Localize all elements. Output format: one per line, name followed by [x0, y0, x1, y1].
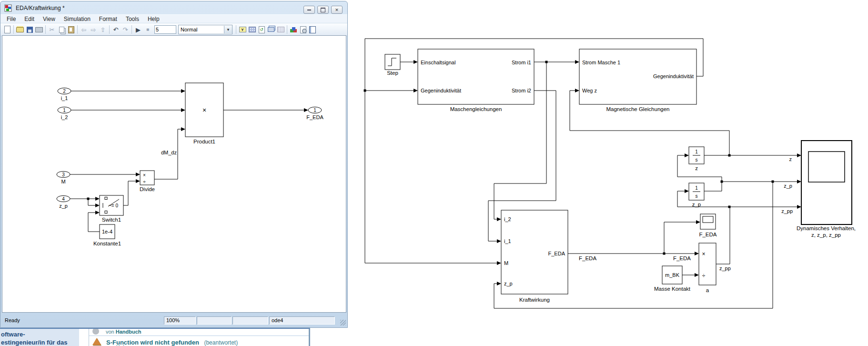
simulink-window: EDA/Kraftwirkung * ✕ FileEditViewSimulat…	[0, 1, 348, 328]
sidebar-line2: estingenieur/in für das	[1, 338, 79, 346]
arrowhead	[696, 220, 700, 224]
paste-icon[interactable]	[66, 25, 76, 34]
thread-status-badge: (beantwortet)	[204, 339, 238, 346]
status-text: Ready	[2, 317, 164, 323]
menu-help[interactable]: Help	[143, 15, 164, 23]
arrowhead	[575, 60, 579, 64]
scope-screen	[808, 152, 845, 182]
arrowhead	[695, 273, 699, 277]
toolbar-separator	[109, 25, 110, 34]
cut-icon[interactable]: ✂	[47, 25, 57, 34]
minimize-icon	[307, 10, 311, 10]
arrowhead	[304, 108, 308, 112]
menu-tools[interactable]: Tools	[121, 15, 143, 23]
solver-name: ode4	[269, 316, 335, 325]
arrowhead	[136, 179, 140, 183]
simulation-time-input[interactable]	[154, 25, 176, 34]
port-label: M	[61, 179, 65, 184]
forum-sidebar-text: oftware- estingenieur/in für das	[0, 329, 79, 346]
menu-format[interactable]: Format	[95, 15, 121, 23]
arrowhead	[95, 197, 100, 201]
block-label: z	[695, 165, 698, 171]
wire	[88, 213, 100, 232]
open-icon[interactable]	[15, 25, 25, 34]
port-number: 1	[63, 108, 66, 113]
port-label: Einschaltsignal	[421, 60, 455, 65]
library-browser-icon[interactable]: Y	[238, 25, 247, 34]
arrowhead	[95, 204, 100, 207]
row-separator	[89, 336, 309, 336]
model-canvas[interactable]: 2i_11i_23M4z_p×Product1×÷Divide~= 0Switc…	[2, 35, 346, 313]
debug-icon[interactable]	[289, 25, 298, 34]
maximize-button[interactable]	[317, 6, 329, 14]
signal-label: z_pp	[781, 208, 793, 214]
status-box-empty	[197, 316, 232, 325]
signal-label: z_pp	[719, 265, 731, 271]
divide-div-symbol: ÷	[702, 273, 706, 279]
integrator-denominator: s	[696, 193, 698, 199]
arrowhead	[414, 89, 418, 92]
model-browser-toggle-icon[interactable]	[276, 25, 285, 34]
block-label: F_EDA	[699, 232, 717, 237]
start-simulation-icon[interactable]: ▶	[133, 25, 143, 34]
arrowhead	[797, 180, 801, 183]
menu-view[interactable]: View	[39, 15, 60, 23]
port-label: Gegeninduktivität	[421, 88, 461, 93]
port-label: M	[504, 260, 508, 266]
minimize-button[interactable]	[303, 6, 315, 14]
signal-label: z	[789, 156, 792, 162]
save-icon[interactable]	[25, 25, 34, 34]
toolbar-separator	[287, 25, 287, 34]
arrowhead	[95, 211, 100, 214]
switch-port-mark	[105, 211, 107, 214]
build-icon[interactable]	[266, 25, 276, 34]
port-number: 3	[62, 172, 65, 177]
close-button[interactable]: ✕	[331, 6, 343, 14]
window-title: EDA/Kraftwirkung *	[16, 5, 65, 11]
zoom-level: 100%	[164, 316, 196, 325]
divide-block[interactable]	[140, 171, 154, 185]
port-label: z_p	[59, 203, 68, 209]
redo-icon[interactable]: ↷	[121, 25, 130, 34]
back-icon[interactable]: ⇦	[79, 25, 89, 34]
arrowhead	[797, 153, 801, 157]
find-icon[interactable]	[298, 25, 308, 34]
up-icon[interactable]: ⇧	[98, 25, 108, 34]
undo-icon[interactable]: ↶	[111, 25, 121, 34]
resize-grip[interactable]	[340, 320, 346, 326]
menu-edit[interactable]: Edit	[20, 15, 39, 23]
model-explorer-icon[interactable]	[308, 25, 317, 34]
matlab-logo-icon	[92, 338, 101, 345]
model-browser-icon[interactable]	[247, 25, 257, 34]
update-diagram-icon[interactable]: ↺	[257, 25, 266, 34]
a-divide-block[interactable]	[699, 243, 716, 285]
arrowhead	[497, 239, 501, 243]
port-label: z_p	[504, 281, 513, 286]
arrowhead	[181, 108, 185, 112]
arrowhead	[695, 252, 699, 255]
integrator-denominator: s	[696, 157, 698, 163]
thread-row: von Handbuch	[89, 328, 141, 335]
toolbar-separator	[45, 25, 46, 34]
toolbar-separator	[131, 25, 132, 34]
arrowhead	[497, 261, 501, 265]
new-file-icon[interactable]	[2, 25, 12, 34]
port-number: 4	[62, 196, 65, 202]
port-label: i_2	[61, 114, 68, 120]
copy-icon[interactable]	[57, 25, 66, 34]
block-label: Maschengleichungen	[450, 106, 502, 112]
arrowhead	[797, 205, 801, 209]
step-block[interactable]	[385, 54, 400, 70]
menu-file[interactable]: File	[2, 15, 20, 23]
print-icon[interactable]	[34, 25, 44, 34]
stop-simulation-icon[interactable]: ■	[143, 25, 152, 34]
block-label: Divide	[140, 186, 155, 192]
port-number: 2	[63, 89, 66, 94]
block-label: Dynamisches Verhalten,	[797, 225, 856, 231]
maschengleichungen-block[interactable]	[418, 49, 534, 104]
forward-icon[interactable]: ⇨	[89, 25, 98, 34]
title-bar[interactable]: EDA/Kraftwirkung * ✕	[0, 1, 347, 14]
menu-simulation[interactable]: Simulation	[60, 15, 95, 23]
arrowhead	[181, 89, 185, 93]
simulation-mode-select[interactable]: Normal ▼	[178, 25, 232, 34]
